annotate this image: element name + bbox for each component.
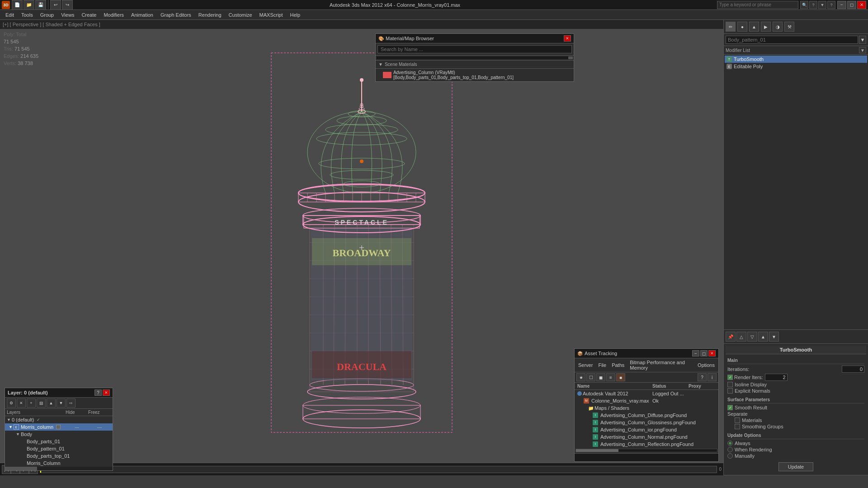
asset-minimize-btn[interactable]: − <box>692 350 699 357</box>
asset-help-btn[interactable]: ? <box>698 373 707 381</box>
layer-scrollbar[interactable] <box>5 467 113 470</box>
panel-icon-display[interactable]: ◑ <box>773 22 783 32</box>
asset-scrollbar[interactable] <box>576 449 717 452</box>
help-btn[interactable]: ? <box>827 1 835 9</box>
save-btn[interactable]: 💾 <box>35 0 46 10</box>
mod-tool-add[interactable]: △ <box>736 332 746 342</box>
asset-tb3[interactable]: ◼ <box>596 373 605 381</box>
panel-icon-utilities[interactable]: ⚒ <box>784 22 794 32</box>
search-opt1[interactable]: ? <box>809 1 817 9</box>
mat-scene-header[interactable]: ▼ Scene Materials <box>376 61 574 69</box>
asset-menu-paths[interactable]: Paths <box>610 362 626 368</box>
layer-row-0[interactable]: ▼0 (default)✓ <box>5 416 113 423</box>
menu-views[interactable]: Views <box>57 11 78 19</box>
asset-row-glossiness[interactable]: IAdvertising_Column_Glossiness.png Found <box>575 419 718 426</box>
layer-add-btn[interactable]: + <box>27 399 36 408</box>
layer-row-body[interactable]: ▼Body <box>5 431 113 438</box>
layer-help-btn[interactable]: ? <box>94 389 102 396</box>
asset-row-maps[interactable]: 📁Maps / Shaders <box>575 404 718 412</box>
panel-icon-modify[interactable]: ✏ <box>726 22 736 32</box>
menu-graph-editors[interactable]: Graph Editors <box>157 11 195 19</box>
layer-btn7[interactable]: ⇨ <box>66 399 75 408</box>
search-btn[interactable]: 🔍 <box>800 1 808 9</box>
modifier-turbosmooth[interactable]: T TurboSmooth <box>725 56 867 63</box>
restore-btn[interactable]: ◻ <box>847 1 856 9</box>
asset-row-diffuse[interactable]: IAdvertising_Column_Diffuse.png Found <box>575 412 718 419</box>
search-opt2[interactable]: ▼ <box>818 1 826 9</box>
viewport-area[interactable]: [+] [ Perspective ] [ Shaded + Edged Fac… <box>0 20 723 475</box>
menu-create[interactable]: Create <box>78 11 100 19</box>
materials-checkbox[interactable] <box>735 418 740 423</box>
timeline-track[interactable] <box>40 466 717 473</box>
asset-row-reflection[interactable]: IAdvertising_Column_Reflection.png Found <box>575 441 718 448</box>
mod-tool-up[interactable]: ▲ <box>758 332 768 342</box>
asset-menu-server[interactable]: Server <box>576 362 594 368</box>
asset-menu-options[interactable]: Options <box>696 362 717 368</box>
layer-close-btn[interactable]: ✕ <box>103 389 110 396</box>
obj-dropdown-arrow[interactable]: ▼ <box>859 36 866 44</box>
mod-tool-down[interactable]: ▼ <box>769 332 779 342</box>
mat-browser-close[interactable]: ✕ <box>564 35 571 42</box>
asset-tb2[interactable]: ☐ <box>586 373 595 381</box>
mat-item[interactable]: Advertising_Column (VRayMtl) [Body,Body_… <box>376 69 574 81</box>
new-btn[interactable]: 📄 <box>12 0 23 10</box>
asset-menu-file[interactable]: File <box>596 362 608 368</box>
asset-tb5[interactable]: ■ <box>616 373 625 381</box>
layer-delete-btn[interactable]: ✕ <box>17 399 26 408</box>
when-rendering-radio[interactable] <box>727 447 733 452</box>
layer-settings-btn[interactable]: ⚙ <box>7 399 16 408</box>
close-btn[interactable]: ✕ <box>857 1 866 9</box>
layer-row-morris2[interactable]: Morris_Column <box>5 460 113 467</box>
smooth-result-checkbox[interactable]: ✓ <box>727 405 733 410</box>
asset-info-btn[interactable]: i <box>708 373 717 381</box>
mod-tool-del[interactable]: ▽ <box>747 332 757 342</box>
asset-row-ior[interactable]: IAdvertising_Column_ior.png Found <box>575 426 718 433</box>
undo-btn[interactable]: ↩ <box>50 0 61 10</box>
asset-tb1[interactable]: ★ <box>576 373 585 381</box>
always-radio[interactable] <box>727 441 733 446</box>
object-name-field[interactable] <box>726 36 858 44</box>
asset-row-vault[interactable]: Autodesk Vault 2012 Logged Out ... <box>575 390 718 397</box>
redo-btn[interactable]: ↪ <box>62 0 73 10</box>
menu-customize[interactable]: Customize <box>225 11 256 19</box>
mat-search-input[interactable] <box>377 45 572 53</box>
mod-tool-pin[interactable]: 📌 <box>726 332 736 342</box>
modifier-editable-poly[interactable]: E Editable Poly <box>725 63 867 70</box>
update-btn[interactable]: Update <box>778 462 813 471</box>
menu-modifiers[interactable]: Modifiers <box>100 11 127 19</box>
asset-row-max[interactable]: MColonne_Morris_vray.max Ok <box>575 397 718 404</box>
panel-icon-create[interactable]: ● <box>737 22 747 32</box>
menu-rendering[interactable]: Rendering <box>195 11 225 19</box>
render-iters-input[interactable] <box>765 374 788 381</box>
menu-help[interactable]: Help <box>287 11 304 19</box>
render-iters-checkbox[interactable]: ✓ <box>727 375 733 380</box>
menu-tools[interactable]: Tools <box>18 11 37 19</box>
asset-tb4[interactable]: ≡ <box>606 373 615 381</box>
layer-btn5[interactable]: ▲ <box>47 399 56 408</box>
smoothing-groups-checkbox[interactable] <box>735 424 740 429</box>
layer-btn6[interactable]: ▼ <box>57 399 66 408</box>
layer-row-morris[interactable]: ▼EMorris_column — — <box>5 423 113 431</box>
layer-row-bodytop[interactable]: Body_parts_top_01 <box>5 452 113 460</box>
iterations-input[interactable] <box>842 366 864 373</box>
asset-restore-btn[interactable]: ◻ <box>700 350 708 357</box>
menu-maxscript[interactable]: MAXScript <box>256 11 287 19</box>
search-input[interactable] <box>717 1 798 9</box>
menu-animation[interactable]: Animation <box>127 11 157 19</box>
menu-group[interactable]: Group <box>37 11 58 19</box>
manually-radio[interactable] <box>727 453 733 459</box>
asset-menu-bitmap[interactable]: Bitmap Performance and Memory <box>628 359 694 371</box>
layer-row-bodyparts[interactable]: Body_parts_01 <box>5 438 113 445</box>
panel-icon-motion[interactable]: ▶ <box>761 22 771 32</box>
layer-row-bodypattern[interactable]: Body_pattern_01 <box>5 445 113 452</box>
open-btn[interactable]: 📁 <box>24 0 34 10</box>
asset-row-normal[interactable]: IAdvertising_Column_Normal.png Found <box>575 433 718 441</box>
explicit-checkbox[interactable] <box>727 388 733 394</box>
panel-icon-hierarchy[interactable]: ▲ <box>749 22 759 32</box>
modifier-list-dropdown[interactable]: ▼ <box>859 47 866 53</box>
layer-btn4[interactable]: ▤ <box>37 399 46 408</box>
isoline-checkbox[interactable] <box>727 382 733 387</box>
asset-close-btn[interactable]: ✕ <box>708 350 716 357</box>
menu-edit[interactable]: Edit <box>2 11 18 19</box>
minimize-btn[interactable]: − <box>837 1 846 9</box>
